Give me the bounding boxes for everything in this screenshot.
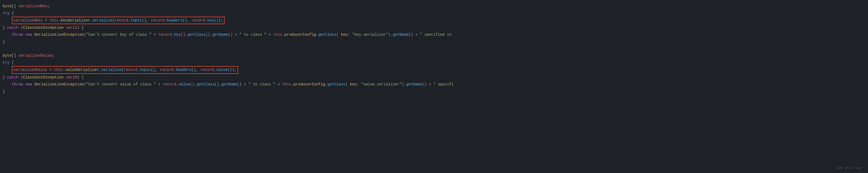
code-text: } catch (ClassCastException var20) { — [3, 75, 84, 80]
code-text: } catch (ClassCastException var21) { — [3, 25, 84, 31]
code-line-8: byte[] serializedValue; — [0, 52, 868, 59]
code-line-4: } catch (ClassCastException var21) { — [0, 24, 868, 31]
code-text: } — [3, 39, 5, 45]
code-text: try { — [3, 60, 14, 65]
code-line-13: } — [0, 88, 868, 95]
code-text: } — [3, 88, 5, 94]
code-text: byte[] serializedKey; — [3, 3, 50, 9]
code-line-11: } catch (ClassCastException var20) { — [0, 74, 868, 81]
code-text: throw new SerializationException("Can't … — [3, 81, 454, 87]
code-line-3: serializedKey = this.keySerializer.seria… — [0, 17, 868, 24]
code-line-1: byte[] serializedKey; — [0, 3, 868, 10]
code-line-2: try { — [0, 10, 868, 17]
code-line-12: throw new SerializationException("Can't … — [0, 81, 868, 88]
code-line-9: try { — [0, 59, 868, 66]
code-text: throw new SerializationException("Can't … — [3, 32, 451, 38]
code-text: serializedValue = this.valueSerializer.s… — [3, 66, 238, 74]
watermark: CSDN @five days — [836, 166, 863, 171]
code-editor: byte[] serializedKey; try { serializedKe… — [0, 0, 868, 173]
code-line-6: } — [0, 38, 868, 45]
code-line-10: serializedValue = this.valueSerializer.s… — [0, 66, 868, 74]
code-text: byte[] serializedValue; — [3, 53, 55, 59]
code-text — [3, 46, 5, 52]
code-text: serializedKey = this.keySerializer.seria… — [3, 17, 224, 24]
code-text: try { — [3, 10, 14, 16]
code-line-7 — [0, 45, 868, 52]
code-line-5: throw new SerializationException("Can't … — [0, 31, 868, 38]
